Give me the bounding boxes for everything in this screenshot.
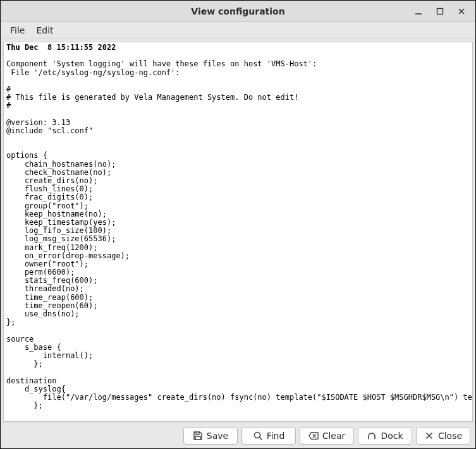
close-button-label: Close	[438, 431, 462, 441]
search-icon	[253, 431, 263, 441]
content-frame: Thu Dec 8 15:11:55 2022 Component 'Syste…	[1, 39, 475, 422]
clear-button-label: Clear	[322, 431, 346, 441]
dock-button-label: Dock	[381, 431, 403, 441]
dock-icon	[367, 431, 377, 441]
find-button[interactable]: Find	[241, 427, 296, 445]
menu-edit[interactable]: Edit	[30, 22, 59, 39]
window-title: View configuration	[1, 6, 475, 16]
dock-button[interactable]: Dock	[358, 427, 412, 445]
timestamp-line: Thu Dec 8 15:11:55 2022	[6, 44, 470, 52]
save-icon	[193, 431, 203, 441]
menubar: File Edit	[1, 22, 475, 39]
footer-toolbar: Save Find Clear Dock	[1, 422, 475, 448]
configuration-text: Component 'System logging' will have the…	[6, 52, 470, 410]
clear-button[interactable]: Clear	[300, 427, 354, 445]
configuration-viewer[interactable]: Thu Dec 8 15:11:55 2022 Component 'Syste…	[3, 42, 473, 422]
save-button-label: Save	[207, 431, 228, 441]
backspace-icon	[308, 431, 319, 441]
svg-line-5	[259, 437, 262, 440]
titlebar: View configuration	[1, 1, 475, 22]
save-button[interactable]: Save	[183, 427, 238, 445]
close-button[interactable]: Close	[416, 427, 470, 445]
menu-file[interactable]: File	[4, 22, 30, 39]
x-icon	[424, 431, 434, 441]
find-button-label: Find	[267, 431, 285, 441]
